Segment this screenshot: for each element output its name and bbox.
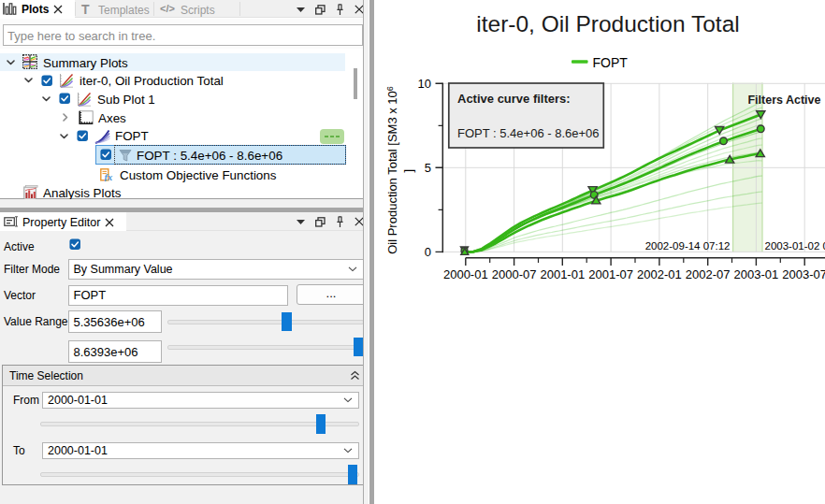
svg-text:2003-01: 2003-01: [734, 267, 779, 281]
svg-text:0: 0: [425, 245, 431, 259]
svg-text:Oil Production Total [SM3 x 10: Oil Production Total [SM3 x 106: [385, 86, 399, 254]
svg-text:FOPT: FOPT: [593, 55, 629, 70]
svg-text:]: ]: [401, 169, 415, 173]
svg-text:2002-09-14 07:12: 2002-09-14 07:12: [645, 240, 731, 252]
svg-text:2000-01: 2000-01: [443, 267, 488, 281]
svg-text:FOPT : 5.4e+06 - 8.6e+06: FOPT : 5.4e+06 - 8.6e+06: [457, 126, 600, 140]
svg-text:5: 5: [425, 161, 431, 175]
svg-text:2003-01-02 07:12: 2003-01-02 07:12: [765, 240, 825, 252]
svg-text:2002-01: 2002-01: [637, 267, 682, 281]
svg-text:2001-01: 2001-01: [540, 267, 585, 281]
svg-text:10: 10: [418, 77, 431, 91]
svg-text:2003-07: 2003-07: [782, 267, 825, 281]
svg-text:Active curve filters:: Active curve filters:: [457, 92, 571, 106]
svg-text:2000-07: 2000-07: [492, 267, 537, 281]
svg-text:fx: fx: [105, 171, 113, 180]
svg-text:Filters Active: Filters Active: [747, 94, 820, 107]
svg-text:2001-07: 2001-07: [588, 267, 633, 281]
svg-text:iter-0, Oil Production Total: iter-0, Oil Production Total: [476, 11, 739, 36]
svg-text:2002-07: 2002-07: [686, 267, 731, 281]
